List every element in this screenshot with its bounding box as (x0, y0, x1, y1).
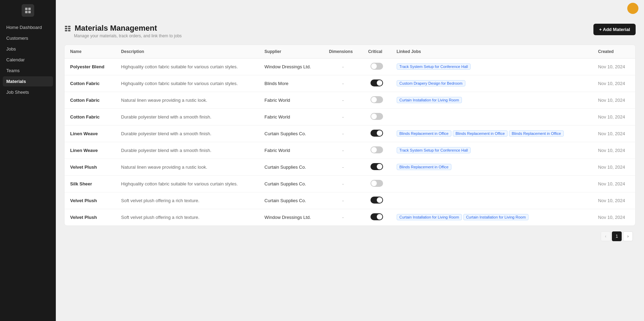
sidebar-item-customers[interactable]: Customers (3, 33, 53, 43)
critical-toggle[interactable] (370, 96, 383, 103)
cell-critical[interactable] (362, 75, 391, 92)
prev-page-button[interactable]: ‹ (601, 231, 611, 241)
critical-toggle[interactable] (370, 163, 383, 170)
svg-rect-1 (28, 8, 31, 10)
svg-rect-6 (65, 28, 67, 29)
job-tag[interactable]: Curtain Installation for Living Room (397, 97, 462, 103)
cell-critical[interactable] (362, 209, 391, 226)
cell-created: Nov 10, 2024 (592, 159, 635, 176)
cell-linked-jobs (391, 192, 593, 209)
job-tag[interactable]: Blinds Replacement in Office (453, 130, 508, 137)
cell-created: Nov 10, 2024 (592, 192, 635, 209)
cell-name: Linen Weave (65, 142, 115, 159)
cell-critical[interactable] (362, 159, 391, 176)
page-subtitle: Manage your materials, track orders, and… (74, 33, 182, 38)
cell-dimensions: - (323, 159, 362, 176)
critical-toggle[interactable] (370, 63, 383, 70)
cell-created: Nov 10, 2024 (592, 142, 635, 159)
page-title-wrap: Materials Management (64, 24, 182, 33)
sidebar-item-home[interactable]: Home Dashboard (3, 22, 53, 32)
cell-name: Velvet Plush (65, 209, 115, 226)
cell-created: Nov 10, 2024 (592, 92, 635, 109)
cell-linked-jobs (391, 176, 593, 192)
cell-name: Silk Sheer (65, 176, 115, 192)
col-supplier: Supplier (259, 45, 323, 59)
table-body: Polyester BlendHighquality cotton fabric… (65, 59, 635, 226)
cell-critical[interactable] (362, 125, 391, 142)
table-row: Polyester BlendHighquality cotton fabric… (65, 59, 635, 75)
sidebar-item-jobs[interactable]: Jobs (3, 44, 53, 54)
critical-toggle[interactable] (370, 146, 383, 153)
critical-toggle[interactable] (370, 79, 383, 86)
pagination: ‹ 1 › (64, 226, 636, 244)
user-avatar[interactable] (627, 3, 638, 14)
cell-name: Linen Weave (65, 125, 115, 142)
svg-rect-8 (65, 30, 67, 31)
materials-table: Name Description Supplier Dimensions Cri… (65, 45, 635, 226)
sidebar-item-materials[interactable]: Materials (3, 76, 53, 86)
table-row: Silk SheerHighquality cotton fabric suit… (65, 176, 635, 192)
critical-toggle[interactable] (370, 213, 383, 220)
job-tag[interactable]: Blinds Replacement in Office (397, 130, 451, 137)
job-tag[interactable]: Curtain Installation for Living Room (397, 214, 462, 220)
cell-supplier: Curtain Supplies Co. (259, 125, 323, 142)
table-row: Cotton FabricDurable polyester blend wit… (65, 109, 635, 125)
sidebar-item-jobsheets[interactable]: Job Sheets (3, 87, 53, 97)
cell-description: Soft velvet plush offering a rich textur… (115, 192, 259, 209)
job-tag[interactable]: Track System Setup for Conference Hall (397, 147, 471, 153)
cell-critical[interactable] (362, 109, 391, 125)
cell-name: Polyester Blend (65, 59, 115, 75)
page-title-area: Materials Management Manage your materia… (64, 24, 182, 38)
table-row: Linen WeaveDurable polyester blend with … (65, 125, 635, 142)
job-tag[interactable]: Curtain Installation for Living Room (463, 214, 529, 220)
sidebar-item-calendar[interactable]: Calendar (3, 55, 53, 65)
app-logo[interactable] (22, 4, 34, 17)
job-tag[interactable]: Blinds Replacement in Office (397, 164, 451, 170)
critical-toggle[interactable] (370, 130, 383, 137)
cell-dimensions: - (323, 75, 362, 92)
cell-critical[interactable] (362, 59, 391, 75)
critical-toggle[interactable] (370, 180, 383, 187)
cell-supplier: Curtain Supplies Co. (259, 159, 323, 176)
page-header: Materials Management Manage your materia… (64, 24, 636, 38)
cell-dimensions: - (323, 192, 362, 209)
next-page-button[interactable]: › (623, 231, 633, 241)
table-row: Velvet PlushSoft velvet plush offering a… (65, 209, 635, 226)
svg-rect-9 (68, 30, 70, 31)
critical-toggle[interactable] (370, 113, 383, 120)
cell-dimensions: - (323, 142, 362, 159)
cell-supplier: Window Dressings Ltd. (259, 59, 323, 75)
cell-description: Soft velvet plush offering a rich textur… (115, 209, 259, 226)
topbar (56, 0, 644, 17)
add-material-button[interactable]: + Add Material (593, 24, 636, 35)
cell-created: Nov 10, 2024 (592, 176, 635, 192)
cell-critical[interactable] (362, 92, 391, 109)
svg-rect-0 (25, 8, 28, 10)
cell-supplier: Fabric World (259, 142, 323, 159)
cell-linked-jobs (391, 109, 593, 125)
critical-toggle[interactable] (370, 197, 383, 204)
cell-critical[interactable] (362, 176, 391, 192)
cell-supplier: Fabric World (259, 92, 323, 109)
sidebar-item-teams[interactable]: Teams (3, 66, 53, 76)
svg-rect-5 (68, 26, 70, 27)
cell-critical[interactable] (362, 142, 391, 159)
cell-name: Cotton Fabric (65, 92, 115, 109)
job-tag[interactable]: Blinds Replacement in Office (509, 130, 564, 137)
cell-critical[interactable] (362, 192, 391, 209)
cell-created: Nov 10, 2024 (592, 59, 635, 75)
cell-dimensions: - (323, 92, 362, 109)
sidebar: Home Dashboard Customers Jobs Calendar T… (0, 0, 56, 321)
col-created: Created (592, 45, 635, 59)
page-1-button[interactable]: 1 (612, 231, 622, 241)
job-tag[interactable]: Track System Setup for Conference Hall (397, 63, 471, 70)
cell-name: Velvet Plush (65, 159, 115, 176)
cell-created: Nov 10, 2024 (592, 109, 635, 125)
cell-name: Velvet Plush (65, 192, 115, 209)
svg-rect-3 (28, 11, 31, 13)
cell-created: Nov 10, 2024 (592, 209, 635, 226)
cell-supplier: Curtain Supplies Co. (259, 176, 323, 192)
cell-supplier: Fabric World (259, 109, 323, 125)
cell-linked-jobs: Blinds Replacement in OfficeBlinds Repla… (391, 125, 593, 142)
job-tag[interactable]: Custom Drapery Design for Bedroom (397, 80, 465, 86)
